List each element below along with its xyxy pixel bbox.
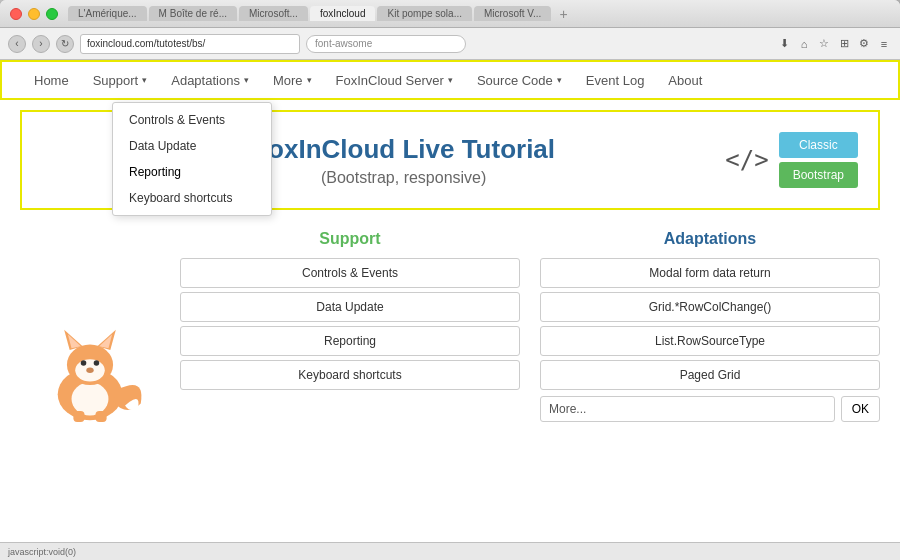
dropdown-controls-events[interactable]: Controls & Events [113,107,271,133]
btn-keyboard-shortcuts[interactable]: Keyboard shortcuts [180,360,520,390]
tab-bar: L'Amérique... M Boîte de ré... Microsoft… [68,6,890,22]
classic-button[interactable]: Classic [779,132,858,158]
nav-adaptations[interactable]: Adaptations ▾ [159,60,261,100]
more-caret: ▾ [307,75,312,85]
toolbar-icons: ⬇ ⌂ ☆ ⊞ ⚙ ≡ [472,36,892,52]
menu-icon[interactable]: ≡ [876,36,892,52]
browser-content: Home Support ▾ Adaptations ▾ More ▾ FoxI… [0,60,900,542]
new-tab-button[interactable]: + [553,6,573,22]
adaptations-title: Adaptations [540,230,880,248]
minimize-button[interactable] [28,8,40,20]
support-dropdown: Controls & Events Data Update Reporting … [112,102,272,216]
server-caret: ▾ [448,75,453,85]
btn-controls-events[interactable]: Controls & Events [180,258,520,288]
star-icon[interactable]: ☆ [816,36,832,52]
btn-data-update[interactable]: Data Update [180,292,520,322]
status-text: javascript:void(0) [8,547,76,557]
svg-point-10 [86,368,93,374]
support-column: Support Controls & Events Data Update Re… [180,230,520,422]
bookmark-icon[interactable]: ⊞ [836,36,852,52]
nav-support[interactable]: Support ▾ [81,60,160,100]
back-button[interactable]: ‹ [8,35,26,53]
code-icon: </> [725,146,768,174]
refresh-button[interactable]: ↻ [56,35,74,53]
hero-buttons: Classic Bootstrap [779,132,858,188]
nav-event-log[interactable]: Event Log [574,60,657,100]
url-text: foxincloud.com/tutotest/bs/ [87,38,205,49]
svg-rect-12 [96,411,107,422]
mac-window: L'Amérique... M Boîte de ré... Microsoft… [0,0,900,560]
adaptations-button-list: Modal form data return Grid.*RowColChang… [540,258,880,390]
nav-foxincloud-server[interactable]: FoxInCloud Server ▾ [324,60,465,100]
btn-row-source-type[interactable]: List.RowSourceType [540,326,880,356]
hero-text: FoxInCloud Live Tutorial (Bootstrap, res… [252,134,555,187]
settings-icon[interactable]: ⚙ [856,36,872,52]
dropdown-data-update[interactable]: Data Update [113,133,271,159]
nav-about[interactable]: About [656,60,714,100]
ok-button[interactable]: OK [841,396,880,422]
hero-subtitle: (Bootstrap, responsive) [252,169,555,187]
search-box[interactable]: font-awsome [306,35,466,53]
svg-point-8 [81,360,87,366]
maximize-button[interactable] [46,8,58,20]
adaptations-caret: ▾ [244,75,249,85]
download-icon: ⬇ [776,36,792,52]
forward-button[interactable]: › [32,35,50,53]
fox-image [20,230,160,422]
tab-microsoft1[interactable]: Microsoft... [239,6,308,21]
tab-microsoft2[interactable]: Microsoft V... [474,6,551,21]
fox-illustration [30,302,150,422]
btn-row-col-change[interactable]: Grid.*RowColChange() [540,292,880,322]
search-text: font-awsome [315,38,372,49]
tab-boite[interactable]: M Boîte de ré... [149,6,237,21]
title-bar: L'Amérique... M Boîte de ré... Microsoft… [0,0,900,28]
hero-title: FoxInCloud Live Tutorial [252,134,555,165]
nav-home[interactable]: Home [22,60,81,100]
nav-more[interactable]: More ▾ [261,60,324,100]
site-nav: Home Support ▾ Adaptations ▾ More ▾ FoxI… [0,60,900,100]
svg-point-9 [94,360,100,366]
home-icon[interactable]: ⌂ [796,36,812,52]
btn-paged-grid[interactable]: Paged Grid [540,360,880,390]
address-bar: ‹ › ↻ foxincloud.com/tutotest/bs/ font-a… [0,28,900,60]
support-button-list: Controls & Events Data Update Reporting … [180,258,520,390]
more-dropdown[interactable]: More... [540,396,835,422]
nav-source-code[interactable]: Source Code ▾ [465,60,574,100]
support-caret: ▾ [142,75,147,85]
tab-amerique[interactable]: L'Amérique... [68,6,147,21]
svg-point-1 [72,382,109,415]
more-row: More... OK [540,396,880,422]
dropdown-keyboard-shortcuts[interactable]: Keyboard shortcuts [113,185,271,211]
svg-rect-11 [73,411,84,422]
main-content: Support Controls & Events Data Update Re… [0,220,900,432]
tab-foxincloud[interactable]: foxIncloud [310,6,376,21]
source-caret: ▾ [557,75,562,85]
dropdown-reporting[interactable]: Reporting [113,159,271,185]
tab-kit-pompe[interactable]: Kit pompe sola... [377,6,471,21]
close-button[interactable] [10,8,22,20]
bootstrap-button[interactable]: Bootstrap [779,162,858,188]
btn-reporting[interactable]: Reporting [180,326,520,356]
url-bar[interactable]: foxincloud.com/tutotest/bs/ [80,34,300,54]
content-columns: Support Controls & Events Data Update Re… [180,230,880,422]
adaptations-column: Adaptations Modal form data return Grid.… [540,230,880,422]
support-title: Support [180,230,520,248]
status-bar: javascript:void(0) [0,542,900,560]
btn-modal-form[interactable]: Modal form data return [540,258,880,288]
traffic-lights [10,8,58,20]
